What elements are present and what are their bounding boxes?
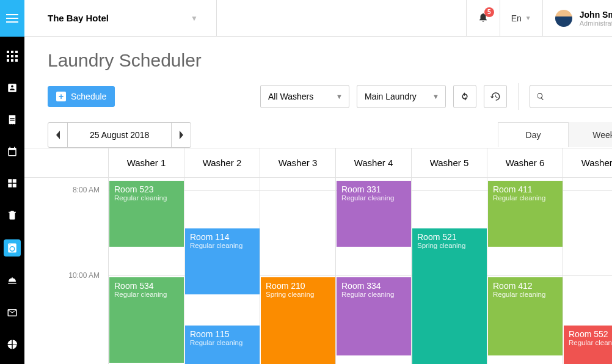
history-icon	[490, 91, 501, 102]
event[interactable]: Room 534Regular cleaning	[109, 277, 184, 363]
hotel-picker[interactable]: The Bay Hotel ▼	[24, 0, 217, 36]
event[interactable]: Room 210Spring cleaning	[261, 277, 335, 364]
bell-service-icon	[7, 275, 18, 286]
svg-rect-5	[15, 51, 18, 53]
event[interactable]: Room 412Regular cleaning	[488, 277, 563, 355]
caret-down-icon: ▼	[191, 14, 198, 23]
event-title: Room 331	[341, 184, 406, 194]
grid-column: Room 552Regular cleaning	[563, 178, 612, 364]
trash-icon	[7, 209, 18, 220]
column-header: Washer 1	[108, 148, 184, 177]
grid4-icon	[7, 178, 18, 189]
plus-icon: +	[56, 92, 66, 101]
event-title: Room 552	[569, 329, 612, 339]
washer-filter[interactable]: All Washers ▼	[260, 85, 349, 108]
svg-rect-1	[6, 18, 18, 19]
svg-rect-6	[7, 55, 9, 57]
event-title: Room 411	[493, 184, 558, 194]
language-label: En	[511, 13, 522, 23]
washer-filter-value: All Washers	[268, 92, 313, 101]
sidebar-item-rooms[interactable]	[0, 176, 24, 191]
pie-icon	[7, 339, 18, 350]
chevron-left-icon	[55, 131, 61, 139]
grid-icon	[7, 51, 18, 62]
history-button[interactable]	[484, 85, 507, 108]
contact-icon	[7, 82, 18, 93]
time-label: 8:00 AM	[73, 186, 100, 194]
notifications-button[interactable]: 5	[478, 12, 489, 25]
caret-down-icon: ▼	[525, 15, 531, 21]
event[interactable]: Room 552Regular cleaning	[564, 326, 612, 364]
prev-day-button[interactable]	[48, 123, 68, 147]
receipt-icon	[7, 114, 18, 125]
refresh-button[interactable]	[453, 85, 476, 108]
event-subtitle: Regular cleaning	[341, 291, 406, 298]
schedule-button-label: Schedule	[71, 92, 106, 101]
grid-column: Room 411Regular cleaningRoom 412Regular …	[487, 178, 563, 364]
svg-rect-9	[7, 59, 9, 62]
event-subtitle: Regular cleaning	[190, 242, 255, 249]
event-subtitle: Regular cleaning	[114, 291, 179, 298]
event-title: Room 521	[417, 232, 482, 242]
user-menu[interactable]: John Smith Administrator	[542, 0, 612, 36]
event[interactable]: Room 331Regular cleaning	[337, 181, 411, 247]
event[interactable]: Room 334Regular cleaning	[337, 277, 411, 355]
sidebar-item-receipts[interactable]	[0, 112, 24, 127]
event[interactable]: Room 523Regular cleaning	[109, 181, 184, 247]
page-title: Laundry Scheduler	[24, 37, 612, 71]
event-subtitle: Regular cleaning	[190, 339, 255, 346]
column-header: Washer 3	[260, 148, 335, 177]
menu-toggle[interactable]	[0, 0, 24, 37]
user-name: John Smith	[580, 10, 612, 20]
search-icon	[536, 92, 545, 101]
event-title: Room 523	[114, 184, 179, 194]
event-subtitle: Regular cleaning	[569, 339, 612, 346]
event-subtitle: Regular cleaning	[341, 194, 406, 202]
time-label: 10:00 AM	[68, 271, 100, 280]
sidebar-item-service[interactable]	[0, 274, 24, 288]
event-title: Room 534	[114, 281, 179, 291]
date-label: 25 August 2018	[68, 123, 171, 147]
event-subtitle: Regular cleaning	[114, 194, 179, 202]
location-filter-value: Main Laundry	[365, 92, 417, 101]
washer-icon	[7, 242, 18, 253]
svg-rect-4	[11, 51, 13, 53]
view-tab-week[interactable]: Week	[568, 122, 612, 147]
event-title: Room 412	[493, 281, 558, 291]
sidebar	[0, 0, 24, 364]
event[interactable]: Room 411Regular cleaning	[488, 181, 563, 247]
sidebar-item-trash[interactable]	[0, 208, 24, 222]
event[interactable]: Room 521Spring cleaning	[412, 228, 487, 364]
sidebar-item-apps[interactable]	[0, 49, 24, 64]
caret-down-icon: ▼	[336, 93, 343, 100]
event-subtitle: Spring cleaning	[266, 291, 330, 298]
event[interactable]: Room 114Regular cleaning	[185, 228, 260, 294]
sidebar-item-laundry[interactable]	[4, 239, 21, 257]
event-title: Room 334	[341, 281, 406, 291]
event-title: Room 114	[190, 232, 255, 242]
sidebar-item-contacts[interactable]	[0, 81, 24, 95]
schedule-button[interactable]: + Schedule	[48, 86, 115, 107]
sidebar-item-reports[interactable]	[0, 337, 24, 352]
view-tab-day[interactable]: Day	[498, 122, 568, 147]
caret-down-icon: ▼	[432, 93, 439, 100]
location-filter[interactable]: Main Laundry ▼	[357, 85, 446, 108]
search-input[interactable]	[548, 92, 612, 101]
column-header: Washer 6	[487, 148, 563, 177]
grid-column: Room 331Regular cleaningRoom 334Regular …	[335, 178, 411, 364]
next-day-button[interactable]	[171, 123, 191, 147]
hotel-name: The Bay Hotel	[48, 13, 109, 23]
svg-rect-2	[6, 21, 18, 23]
sidebar-item-mail[interactable]	[0, 305, 24, 320]
search-box[interactable]	[530, 85, 612, 108]
svg-rect-7	[11, 55, 13, 57]
mail-icon	[7, 307, 18, 318]
event[interactable]: Room 115Regular cleaning	[185, 326, 260, 364]
hamburger-icon	[6, 14, 18, 23]
svg-rect-11	[15, 59, 18, 62]
svg-rect-0	[6, 14, 18, 15]
sidebar-item-calendar[interactable]	[0, 144, 24, 159]
column-header: Washer 4	[335, 148, 411, 177]
language-picker[interactable]: En ▼	[500, 0, 542, 36]
event-title: Room 115	[190, 329, 255, 339]
